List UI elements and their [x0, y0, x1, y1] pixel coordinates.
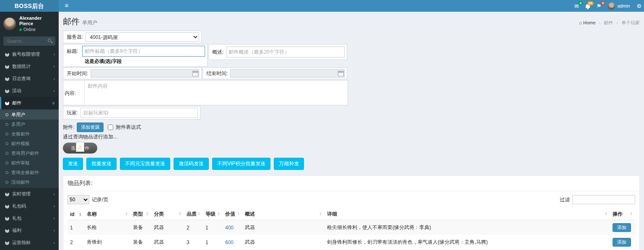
sidebar-menu-item[interactable]: 礼包码‹: [0, 200, 59, 212]
sort-icon[interactable]: ▲▼: [217, 211, 220, 216]
items-panel-title: 物品列表:: [63, 176, 639, 191]
circle-icon: [5, 123, 8, 126]
sidebar-submenu-item[interactable]: 查询用户邮件: [0, 148, 59, 158]
user-menu[interactable]: admin: [608, 3, 630, 10]
player-id-input[interactable]: [80, 108, 198, 118]
sidebar-submenu-item[interactable]: 多用户: [0, 120, 59, 129]
send-action-button[interactable]: 批量发送: [86, 158, 117, 170]
calendar-icon[interactable]: [338, 71, 344, 76]
sidebar-menu-item[interactable]: 礼包‹: [0, 212, 59, 224]
chevron-left-icon: ‹: [54, 228, 55, 233]
submenu-item-label: 邮件模板: [11, 141, 30, 147]
notifications-bell-icon[interactable]: 10: [586, 3, 590, 9]
chevron-left-icon: ‹: [54, 192, 55, 196]
sidebar-menu-item[interactable]: 实时管理‹: [0, 188, 59, 200]
calendar-icon[interactable]: [192, 71, 198, 76]
mail-content-textarea[interactable]: [84, 81, 348, 105]
sort-icon[interactable]: ▲▼: [179, 211, 182, 216]
page-size-label: 记录/页: [92, 196, 108, 203]
search-button[interactable]: [46, 37, 55, 45]
breadcrumb-mail[interactable]: 邮件: [604, 20, 613, 25]
table-cell: 武器: [242, 220, 325, 235]
filter-input[interactable]: [572, 195, 635, 204]
online-status-dot: [19, 29, 22, 31]
end-time-input[interactable]: [230, 69, 345, 78]
sidebar-menu-item[interactable]: 账号权限管理‹: [0, 48, 59, 60]
column-header[interactable]: ▲▼id: [68, 208, 84, 220]
send-action-button[interactable]: 不同元宝批量发送: [120, 158, 170, 170]
column-header-label: id: [70, 211, 75, 217]
sort-icon[interactable]: ▲▼: [197, 211, 200, 216]
chevron-left-icon: ‹: [54, 76, 55, 81]
sidebar-submenu-item[interactable]: 查询全服邮件: [0, 168, 59, 177]
sidebar-menu-item[interactable]: 活动‹: [0, 85, 59, 97]
sidebar-item-label: 数据统计: [12, 63, 31, 70]
sort-icon[interactable]: ▲▼: [146, 211, 149, 216]
column-header[interactable]: ▲▼操作: [610, 208, 635, 220]
column-header[interactable]: ▲▼价值: [223, 208, 242, 220]
sort-icon[interactable]: ▲▼: [125, 211, 128, 216]
add-resource-button[interactable]: 添加资源: [77, 122, 104, 132]
choose-file-button[interactable]: 选择文件 ⚠: [63, 143, 97, 154]
column-header[interactable]: ▲▼详细: [325, 208, 610, 220]
sidebar-menu-item[interactable]: 数据统计‹: [0, 60, 59, 73]
sidebar-item-label: 活动: [12, 88, 21, 94]
add-item-button[interactable]: 添加: [613, 223, 631, 232]
table-cell: 3: [184, 235, 203, 250]
send-action-button[interactable]: 激活码发送: [174, 158, 209, 170]
mail-summary-input[interactable]: [226, 47, 345, 57]
table-cell: 装备: [130, 220, 151, 235]
sidebar-submenu-item[interactable]: 活动邮件: [0, 177, 59, 187]
sidebar-menu-item[interactable]: 福利‹: [0, 224, 59, 237]
column-header[interactable]: ▲▼名称: [84, 208, 130, 220]
messages-icon[interactable]: ✉ 4: [574, 3, 579, 9]
user-name-label: admin: [617, 3, 630, 8]
sidebar-item-label: 实时管理: [12, 191, 31, 197]
page-size-select[interactable]: 50: [68, 195, 89, 204]
column-header[interactable]: ▲▼等级: [203, 208, 223, 220]
table-cell: 枪尖细长锋利，使人不寒而栗(缘分武将：李典): [325, 220, 610, 235]
start-time-input[interactable]: [91, 69, 199, 78]
sidebar-menu-item[interactable]: 日志查询‹: [0, 73, 59, 85]
mail-title-input[interactable]: [82, 46, 205, 57]
send-action-button[interactable]: 不同VIP积分批量发送: [212, 158, 270, 170]
pie-chart-icon: [5, 241, 9, 245]
send-action-button[interactable]: 发送: [63, 158, 83, 170]
sidebar-submenu-item[interactable]: 单用户: [0, 110, 59, 120]
sort-icon[interactable]: ▲▼: [319, 211, 322, 216]
sidebar-menu-item[interactable]: 邮件∨: [0, 97, 59, 109]
app-logo[interactable]: BOSS后台: [0, 0, 59, 12]
sidebar-submenu-item[interactable]: 全服邮件: [0, 129, 59, 139]
column-header[interactable]: ▲▼概述: [242, 208, 325, 220]
sort-icon[interactable]: ▲▼: [237, 211, 240, 216]
attachment-expression-checkbox[interactable]: [108, 125, 113, 130]
sidebar-toggle-icon[interactable]: ≡: [59, 0, 75, 12]
column-header[interactable]: ▲▼分类: [151, 208, 184, 220]
column-header-label: 概述: [245, 211, 255, 217]
column-header-label: 详细: [327, 211, 337, 217]
breadcrumb-home[interactable]: Home: [583, 20, 595, 25]
search-input[interactable]: [4, 37, 46, 45]
column-header-label: 类型: [133, 211, 143, 217]
pie-chart-icon: [5, 77, 9, 81]
table-cell: 装备: [130, 235, 151, 250]
items-panel: 物品列表: 50 记录/页 过滤 ▲▼id▲▼名称▲▼类型▲▼分类▲▼品质▲▼等…: [63, 175, 640, 250]
column-header[interactable]: ▲▼品质: [184, 208, 203, 220]
send-action-button[interactable]: 万能补发: [274, 158, 304, 170]
sort-icon[interactable]: ▲▼: [605, 211, 608, 216]
sidebar-item-label: 礼包码: [12, 203, 26, 209]
server-select[interactable]: 4001-源码屋: [86, 32, 199, 42]
column-header[interactable]: ▲▼类型: [130, 208, 151, 220]
sort-icon[interactable]: ▲▼: [630, 211, 633, 216]
sort-icon[interactable]: ▲▼: [79, 212, 82, 216]
sidebar-submenu-item[interactable]: 邮件模板: [0, 139, 59, 148]
settings-gear-icon[interactable]: ⚙: [636, 3, 641, 9]
tasks-flag-icon[interactable]: ⚑ 9: [597, 3, 602, 9]
sidebar-submenu-item[interactable]: 邮件审核: [0, 158, 59, 168]
filter-label: 过滤: [560, 196, 570, 203]
chevron-left-icon: ‹: [54, 89, 55, 93]
column-header-label: 品质: [187, 211, 197, 217]
pie-chart-icon: [5, 204, 9, 208]
add-item-button[interactable]: 添加: [613, 238, 631, 247]
sidebar-menu-item[interactable]: 运营指标‹: [0, 237, 59, 249]
